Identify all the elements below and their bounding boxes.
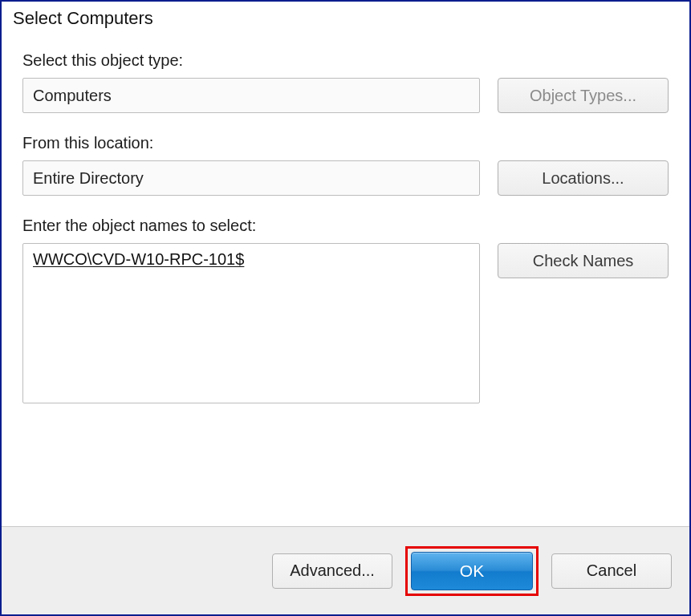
object-type-label: Select this object type:	[22, 51, 669, 70]
dialog-title: Select Computers	[2, 2, 689, 32]
cancel-button[interactable]: Cancel	[551, 553, 672, 589]
object-types-button[interactable]: Object Types...	[498, 78, 669, 113]
dialog-content: Select this object type: Computers Objec…	[2, 32, 689, 526]
ok-highlight: OK	[405, 546, 539, 596]
check-names-button[interactable]: Check Names	[498, 243, 669, 278]
object-type-field[interactable]: Computers	[22, 78, 480, 113]
object-type-value: Computers	[33, 87, 112, 105]
object-names-value: WWCO\CVD-W10-RPC-101$	[33, 250, 244, 268]
ok-button[interactable]: OK	[411, 552, 533, 590]
object-names-label: Enter the object names to select:	[22, 217, 669, 235]
locations-button[interactable]: Locations...	[498, 160, 669, 196]
dialog-footer: Advanced... OK Cancel	[2, 526, 689, 614]
location-field[interactable]: Entire Directory	[22, 160, 480, 196]
location-label: From this location:	[22, 134, 669, 152]
advanced-button[interactable]: Advanced...	[272, 553, 392, 589]
object-names-field[interactable]: WWCO\CVD-W10-RPC-101$	[22, 243, 480, 403]
location-value: Entire Directory	[33, 169, 144, 188]
select-computers-dialog: Select Computers Select this object type…	[0, 0, 691, 616]
